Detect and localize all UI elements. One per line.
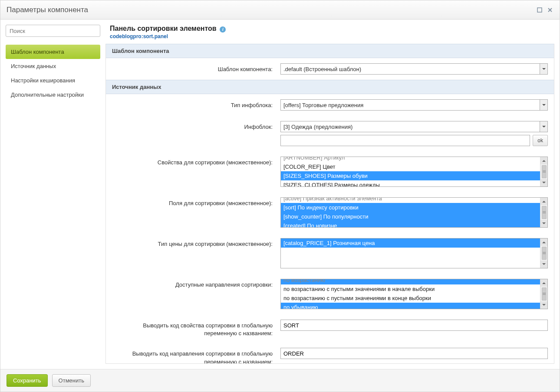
ok-button[interactable]: ok <box>533 135 548 146</box>
component-code: codeblogpro:sort.panel <box>110 33 553 39</box>
chevron-down-icon <box>540 100 547 110</box>
window-title: Параметры компонента <box>7 6 533 14</box>
maximize-icon[interactable] <box>536 7 543 13</box>
sidebar-item-caching[interactable]: Настройки кеширования <box>6 73 100 88</box>
list-item[interactable]: по возрастанию с пустыми значениями в на… <box>281 284 540 294</box>
row-price-type: Тип цены для сортировки (множественное):… <box>106 233 554 274</box>
sort-var-input[interactable] <box>280 320 548 331</box>
cancel-button[interactable]: Отменить <box>52 374 91 387</box>
save-button[interactable]: Сохранить <box>7 374 48 387</box>
component-params-window: Параметры компонента Шаблон компонента И… <box>0 0 560 392</box>
row-sort-var: Выводить код свойства сортировки в глоба… <box>106 314 554 343</box>
row-iblock-type: Тип инфоблока: [offers] Торговые предлож… <box>106 94 554 116</box>
svg-rect-0 <box>537 8 542 12</box>
chevron-down-icon <box>540 121 547 132</box>
list-item[interactable]: [active] Признак активности элемента <box>281 198 540 203</box>
list-item[interactable]: [COLOR_REF] Цвет <box>281 162 540 171</box>
list-item[interactable]: [show_counter] По популярности <box>281 212 540 221</box>
titlebar: Параметры компонента <box>0 0 560 20</box>
scrollbar[interactable] <box>540 198 547 227</box>
row-iblock: Инфоблок: [3] Одежда (предложения) ok <box>106 116 554 151</box>
row-order-var: Выводить код направления сортировки в гл… <box>106 343 554 364</box>
list-item[interactable]: по возрастанию с пустыми значениями в ко… <box>281 294 540 303</box>
sidebar-nav: Шаблон компонента Источник данных Настро… <box>6 45 100 102</box>
info-icon[interactable]: i <box>220 26 226 33</box>
section-template-header: Шаблон компонента <box>106 44 554 58</box>
search-input[interactable] <box>6 25 100 37</box>
page-header: Панель сортировки элементов i codeblogpr… <box>105 25 554 44</box>
row-sort-props: Свойства для сортировки (множественное):… <box>106 151 554 192</box>
sidebar-item-additional[interactable]: Дополнительные настройки <box>6 88 100 102</box>
price-type-multiselect[interactable]: [catalog_PRICE_1] Розничная цена <box>280 238 548 268</box>
list-item[interactable]: [ARTNUMBER] Артикул <box>281 157 540 162</box>
order-var-input[interactable] <box>280 348 548 359</box>
sort-fields-multiselect[interactable]: [active] Признак активности элемента[sor… <box>280 197 548 228</box>
list-item[interactable]: по убыванию <box>281 303 540 309</box>
scrollbar[interactable] <box>540 157 547 186</box>
sidebar: Шаблон компонента Источник данных Настро… <box>6 25 100 364</box>
template-select[interactable]: .default (Встроенный шаблон) <box>280 63 548 75</box>
scrollbar[interactable] <box>540 238 547 268</box>
iblock-input[interactable] <box>280 135 530 146</box>
row-template: Шаблон компонента: .default (Встроенный … <box>106 58 554 80</box>
row-sort-fields: Поля для сортировки (множественное): [ac… <box>106 192 554 233</box>
chevron-down-icon <box>540 64 547 74</box>
sort-dirs-multiselect[interactable]: по возрастаниюпо возрастанию с пустыми з… <box>280 279 548 309</box>
list-item[interactable]: [SIZES_SHOES] Размеры обуви <box>281 171 540 180</box>
list-item[interactable]: [SIZES_CLOTHES] Размеры одежды <box>281 180 540 186</box>
sidebar-item-datasource[interactable]: Источник данных <box>6 59 100 73</box>
list-item[interactable]: [catalog_PRICE_1] Розничная цена <box>281 238 540 248</box>
close-icon[interactable] <box>547 7 553 13</box>
main-panel: Панель сортировки элементов i codeblogpr… <box>105 25 554 364</box>
main-scroll[interactable]: Шаблон компонента Шаблон компонента: .de… <box>105 44 554 364</box>
footer: Сохранить Отменить <box>0 369 560 392</box>
iblock-type-select[interactable]: [offers] Торговые предложения <box>280 99 548 111</box>
row-sort-dirs: Доступные направления сортировки: по воз… <box>106 274 554 314</box>
list-item[interactable]: [sort] По индексу сортировки <box>281 203 540 212</box>
iblock-select[interactable]: [3] Одежда (предложения) <box>280 121 548 132</box>
list-item[interactable]: [created] По новизне <box>281 221 540 227</box>
sort-props-multiselect[interactable]: [ARTNUMBER] Артикул[COLOR_REF] Цвет[SIZE… <box>280 157 548 187</box>
list-item[interactable]: по возрастанию <box>281 279 540 284</box>
sidebar-item-template[interactable]: Шаблон компонента <box>6 45 100 59</box>
page-title: Панель сортировки элементов <box>110 25 217 33</box>
scrollbar[interactable] <box>540 279 547 309</box>
section-datasource-header: Источник данных <box>106 80 554 94</box>
